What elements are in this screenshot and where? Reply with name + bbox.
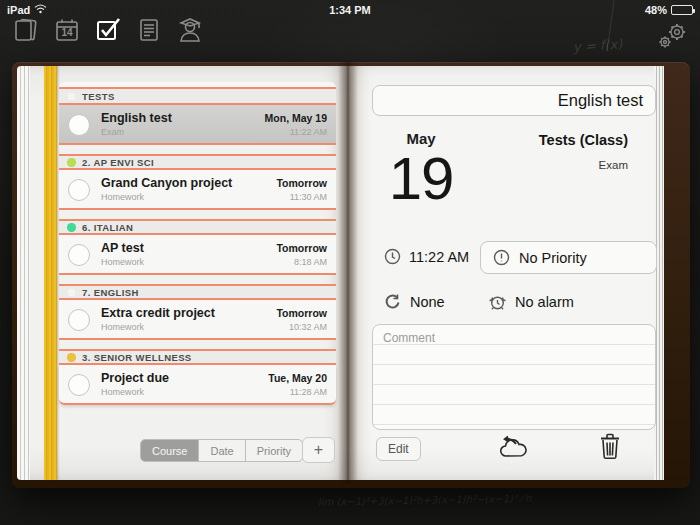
calendar-day-label: 14	[61, 27, 72, 38]
section-italian: 6. ITALIAN AP test Homework Tomorrow 8:1…	[59, 219, 336, 275]
complete-checkbox[interactable]	[68, 244, 90, 266]
assignment-time: 10:32 AM	[289, 322, 327, 332]
notes-icon[interactable]	[133, 14, 165, 46]
section-title: 2. AP ENVI SCI	[82, 157, 154, 168]
due-date-block: May 19	[376, 130, 466, 211]
settings-gears-icon[interactable]	[656, 22, 688, 52]
course-color-dot	[67, 288, 76, 297]
assignment-title: Grand Canyon project	[101, 176, 232, 190]
alarm-label: No alarm	[515, 294, 574, 310]
assignment-type: Homework	[101, 387, 144, 397]
sort-tab-date[interactable]: Date	[199, 440, 245, 461]
section-header: TESTS	[59, 89, 336, 105]
assignments-page: TESTS English test Exam Mon, May 19 11:2…	[30, 66, 348, 480]
alarm-field[interactable]: No alarm	[488, 293, 574, 311]
section-header: 7. ENGLISH	[59, 284, 336, 300]
section-title: TESTS	[82, 91, 115, 102]
planner-book: TESTS English test Exam Mon, May 19 11:2…	[12, 62, 690, 488]
assignments-list: TESTS English test Exam Mon, May 19 11:2…	[59, 82, 336, 405]
section-title: 7. ENGLISH	[82, 287, 139, 298]
comment-field[interactable]: Comment	[372, 324, 656, 430]
course-color-dot	[67, 158, 76, 167]
assignment-date: Tue, May 20	[268, 372, 327, 384]
assignment-date: Mon, May 19	[265, 112, 327, 124]
section-title: 6. ITALIAN	[82, 222, 133, 233]
comment-placeholder: Comment	[383, 331, 435, 345]
course-color-dot	[67, 223, 76, 232]
course-label: Tests (Class)	[539, 132, 628, 148]
due-time-label: 11:22 AM	[409, 249, 469, 265]
repeat-icon	[384, 293, 401, 310]
section-header: 2. AP ENVI SCI	[59, 154, 336, 170]
assignment-date: Tomorrow	[276, 177, 327, 189]
assignment-type: Homework	[101, 192, 144, 202]
assignment-title-field[interactable]: English test	[372, 85, 656, 116]
assignment-time: 11:22 AM	[290, 127, 327, 137]
type-label: Exam	[599, 159, 628, 171]
complete-checkbox[interactable]	[68, 179, 90, 201]
partial-row	[59, 82, 336, 89]
due-time-field[interactable]: 11:22 AM	[384, 248, 469, 265]
add-assignment-button[interactable]: +	[302, 437, 335, 463]
alarm-clock-icon	[488, 293, 507, 311]
assignment-date: Tomorrow	[276, 307, 327, 319]
assignment-time: 11:30 AM	[290, 192, 327, 202]
section-ap-envi-sci: 2. AP ENVI SCI Grand Canyon project Home…	[59, 154, 336, 210]
section-english: 7. ENGLISH Extra credit project Homework…	[59, 284, 336, 340]
instructor-icon[interactable]	[174, 14, 206, 46]
assignment-title: English test	[101, 111, 172, 125]
edit-button[interactable]: Edit	[376, 437, 421, 461]
section-tests: TESTS English test Exam Mon, May 19 11:2…	[59, 89, 336, 145]
assignment-row[interactable]: English test Exam Mon, May 19 11:22 AM	[59, 105, 336, 145]
repeat-field[interactable]: None	[384, 293, 445, 310]
calendar-icon[interactable]: 14	[51, 14, 83, 46]
sort-tab-course[interactable]: Course	[141, 440, 199, 461]
assignment-date: Tomorrow	[276, 242, 327, 254]
repeat-label: None	[410, 294, 445, 310]
section-header: 6. ITALIAN	[59, 219, 336, 235]
assignment-title: Extra credit project	[101, 306, 215, 320]
priority-label: No Priority	[519, 250, 587, 266]
assignment-type: Homework	[101, 322, 144, 332]
battery-icon	[671, 5, 693, 15]
course-color-dot	[67, 353, 76, 362]
main-toolbar: 14	[10, 14, 206, 46]
assignment-time: 8:18 AM	[294, 257, 327, 267]
assignment-time: 11:28 AM	[290, 387, 327, 397]
trash-icon[interactable]	[598, 432, 622, 464]
complete-checkbox[interactable]	[68, 374, 90, 396]
clock-icon	[384, 248, 401, 265]
bookmark-ribbon	[44, 66, 57, 480]
section-title: 3. SENIOR WELLNESS	[82, 352, 192, 363]
planner-icon[interactable]	[10, 14, 42, 46]
sort-tab-priority[interactable]: Priority	[246, 440, 302, 461]
assignment-title: AP test	[101, 241, 144, 255]
tasks-icon[interactable]	[92, 14, 124, 46]
assignment-row[interactable]: AP test Homework Tomorrow 8:18 AM	[59, 235, 336, 275]
assignment-title: Project due	[101, 371, 169, 385]
cloud-share-icon[interactable]	[496, 434, 532, 466]
section-header: 3. SENIOR WELLNESS	[59, 349, 336, 365]
due-day: 19	[376, 147, 466, 211]
section-senior-wellness: 3. SENIOR WELLNESS Project due Homework …	[59, 349, 336, 405]
course-color-dot	[67, 92, 76, 101]
assignment-row[interactable]: Project due Homework Tue, May 20 11:28 A…	[59, 365, 336, 405]
sort-segmented-control: Course Date Priority	[140, 439, 303, 462]
complete-checkbox[interactable]	[68, 309, 90, 331]
assignment-row[interactable]: Grand Canyon project Homework Tomorrow 1…	[59, 170, 336, 210]
priority-field[interactable]: No Priority	[480, 241, 657, 274]
priority-exclamation-icon	[493, 249, 510, 266]
complete-checkbox[interactable]	[68, 114, 90, 136]
assignment-type: Homework	[101, 257, 144, 267]
detail-page: English test May 19 Tests (Class) Exam 1…	[348, 66, 654, 480]
assignment-row[interactable]: Extra credit project Homework Tomorrow 1…	[59, 300, 336, 340]
assignment-type: Exam	[101, 127, 124, 137]
